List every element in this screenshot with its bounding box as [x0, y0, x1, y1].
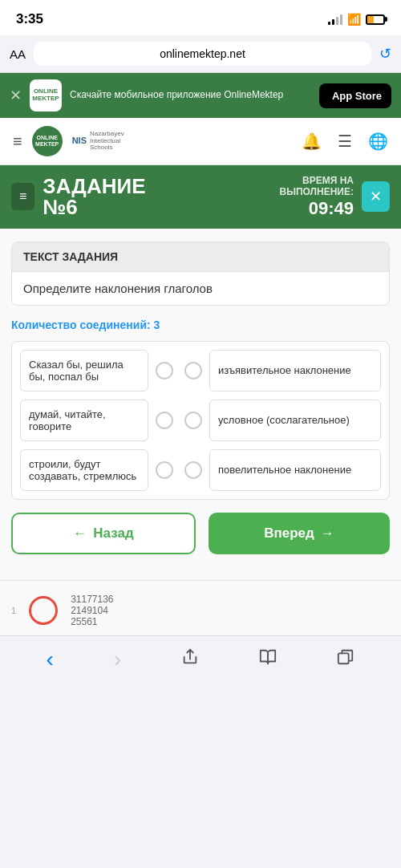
browser-url: onlinemektep.net: [160, 47, 245, 60]
bottom-bar: ‹ ›: [0, 635, 401, 683]
match-radios-1: [155, 362, 203, 379]
task-title: ЗАДАНИЕ №6: [43, 176, 271, 217]
browser-refresh-icon[interactable]: ↺: [379, 45, 391, 63]
footer-circle-icon: [29, 596, 58, 625]
radio-left-3[interactable]: [156, 461, 173, 479]
task-menu-button[interactable]: ≡: [11, 183, 34, 210]
task-header: ≡ ЗАДАНИЕ №6 ВРЕМЯ НА ВЫПОЛНЕНИЕ: 09:49 …: [0, 165, 401, 229]
app-banner: ✕ ONLINE MEKTEP Скачайте мобильное прило…: [0, 73, 401, 118]
match-radios-3: [155, 461, 203, 479]
hamburger-icon[interactable]: ≡: [13, 132, 22, 151]
nis-label: NIS: [72, 136, 87, 145]
banner-close-icon[interactable]: ✕: [10, 87, 22, 104]
match-left-2: думай, читайте, говорите: [20, 400, 148, 441]
app-store-label: App Store: [332, 90, 382, 102]
back-label: Назад: [93, 525, 133, 541]
match-right-1: изъявительное наклонение: [209, 350, 381, 391]
back-button[interactable]: ← Назад: [11, 513, 196, 554]
bottom-back-icon[interactable]: ‹: [47, 647, 54, 672]
connections-label: Количество соединений: 3: [11, 318, 390, 331]
signal-icon: [328, 14, 342, 25]
app-store-button[interactable]: App Store: [319, 83, 391, 108]
bottom-forward-icon[interactable]: ›: [114, 647, 121, 672]
nav-bar: ≡ ONLINE MEKTEP NIS Nazarbayev Intellect…: [0, 118, 401, 165]
match-left-3: строили, будут создавать, стремлюсь: [20, 449, 148, 491]
status-bar: 3:35 📶: [0, 0, 401, 35]
footer-numbers: 31177136 2149104 25561: [71, 594, 113, 627]
svg-rect-1: [338, 654, 349, 664]
radio-right-3[interactable]: [184, 461, 202, 479]
radio-left-1[interactable]: [156, 362, 173, 379]
task-text-box: ТЕКСТ ЗАДАНИЯ Определите наклонения глаг…: [11, 241, 390, 306]
match-row: строили, будут создавать, стремлюсь пове…: [20, 449, 381, 491]
forward-button[interactable]: Вперед →: [209, 513, 390, 554]
match-right-3: повелительное наклонение: [209, 449, 381, 491]
forward-arrow-icon: →: [321, 525, 334, 541]
list-icon[interactable]: ☰: [338, 132, 352, 151]
browser-bar: AA onlinemektep.net ↺: [0, 35, 401, 73]
task-text-body: Определите наклонения глаголов: [12, 272, 389, 305]
match-row: Сказал бы, решила бы, поспал бы изъявите…: [20, 350, 381, 391]
browser-aa[interactable]: AA: [10, 47, 26, 61]
radio-right-1[interactable]: [184, 362, 202, 379]
back-arrow-icon: ←: [73, 525, 87, 541]
status-time: 3:35: [16, 11, 43, 27]
forward-label: Вперед: [264, 525, 314, 541]
match-row: думай, читайте, говорите условное (сосла…: [20, 400, 381, 441]
banner-text: Скачайте мобильное приложение OnlineMekt…: [70, 89, 311, 102]
radio-left-2[interactable]: [156, 412, 173, 429]
nav-logo: ONLINE MEKTEP: [32, 126, 63, 156]
bell-icon[interactable]: 🔔: [302, 132, 322, 151]
footer-page: 1: [11, 606, 16, 615]
match-left-1: Сказал бы, решила бы, поспал бы: [20, 350, 148, 391]
match-radios-2: [155, 412, 203, 429]
main-content: ТЕКСТ ЗАДАНИЯ Определите наклонения глаг…: [0, 229, 401, 580]
nis-logo-block: NIS Nazarbayev Intellectual Schools: [72, 131, 124, 152]
nis-sub: Nazarbayev Intellectual Schools: [90, 131, 124, 152]
nav-icons: 🔔 ☰ 🌐: [302, 132, 388, 151]
task-close-button[interactable]: ✕: [362, 181, 390, 212]
task-time-value: 09:49: [280, 198, 354, 219]
bottom-book-icon[interactable]: [259, 648, 277, 671]
bottom-share-icon[interactable]: [181, 648, 199, 671]
wifi-icon: 📶: [347, 13, 361, 26]
bottom-tabs-icon[interactable]: [337, 648, 354, 671]
matching-area: Сказал бы, решила бы, поспал бы изъявите…: [11, 341, 390, 500]
task-time-label: ВРЕМЯ НА ВЫПОЛНЕНИЕ:: [280, 175, 354, 198]
task-time-block: ВРЕМЯ НА ВЫПОЛНЕНИЕ: 09:49: [280, 175, 354, 219]
nav-buttons: ← Назад Вперед →: [11, 513, 390, 554]
task-text-header: ТЕКСТ ЗАДАНИЯ: [12, 242, 389, 272]
browser-url-wrap[interactable]: onlinemektep.net: [34, 42, 371, 66]
globe-icon[interactable]: 🌐: [368, 132, 388, 151]
status-icons: 📶: [328, 13, 385, 26]
nav-logo-text: ONLINE MEKTEP: [35, 135, 59, 147]
radio-right-2[interactable]: [184, 412, 202, 429]
battery-icon: [366, 14, 385, 25]
banner-logo: ONLINE MEKTEP: [30, 79, 62, 112]
banner-logo-text: ONLINE MEKTEP: [32, 88, 59, 103]
footer-info: 1 31177136 2149104 25561: [0, 580, 401, 635]
task-title-block: ЗАДАНИЕ №6: [43, 176, 271, 217]
match-right-2: условное (сослагательное): [209, 400, 381, 441]
